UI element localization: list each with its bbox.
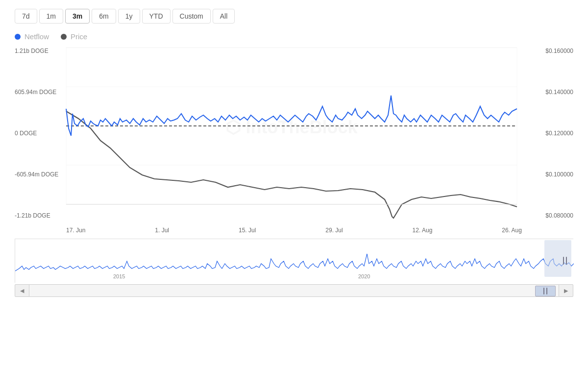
netflow-label: Netflow	[24, 32, 49, 41]
x-axis-labels: 17. Jun 1. Jul 15. Jul 29. Jul 12. Aug 2…	[15, 226, 573, 234]
y-label-mid: 0 DOGE	[15, 130, 64, 137]
time-btn-1y[interactable]: 1y	[118, 9, 140, 24]
x-label-3: 15. Jul	[239, 227, 256, 234]
time-controls: 7d1m3m6m1yYTDCustomAll	[0, 0, 588, 28]
x-label-2: 1. Jul	[155, 227, 169, 234]
y-right-bottom: $0.080000	[534, 212, 573, 219]
thumb-line-2	[546, 288, 547, 294]
x-label-1: 17. Jun	[66, 227, 85, 234]
y-axis-right: $0.160000 $0.140000 $0.120000 $0.100000 …	[534, 48, 573, 219]
y-label-lower: -605.94m DOGE	[15, 171, 64, 178]
svg-rect-12	[544, 240, 571, 277]
legend-netflow: Netflow	[15, 32, 49, 41]
y-right-top: $0.160000	[534, 48, 573, 54]
main-container: 7d1m3m6m1yYTDCustomAll Netflow Price 1.2…	[0, 0, 588, 392]
svg-text:2015: 2015	[113, 273, 125, 279]
y-right-mid: $0.120000	[534, 130, 573, 137]
thumb-line-1	[543, 288, 544, 294]
scrollbar-row: ◀ ▶	[15, 284, 573, 297]
y-right-upper: $0.140000	[534, 89, 573, 96]
mini-chart-svg: 2015 2020	[15, 239, 574, 283]
price-label: Price	[71, 32, 87, 41]
y-right-lower: $0.100000	[534, 171, 573, 178]
x-label-6: 26. Aug	[502, 227, 522, 234]
time-btn-3m[interactable]: 3m	[65, 9, 90, 24]
legend: Netflow Price	[0, 28, 588, 43]
x-label-4: 29. Jul	[325, 227, 343, 234]
main-chart-svg: ⬡ IntoTheBlock	[15, 43, 573, 224]
scroll-grip[interactable]	[563, 257, 567, 265]
svg-text:2020: 2020	[358, 273, 370, 279]
time-btn-ytd[interactable]: YTD	[142, 9, 171, 24]
y-label-upper: 605.94m DOGE	[15, 89, 64, 96]
scroll-left-icon: ◀	[20, 288, 24, 294]
y-label-bottom: -1.21b DOGE	[15, 212, 64, 219]
x-label-5: 12. Aug	[413, 227, 433, 234]
time-btn-custom[interactable]: Custom	[172, 9, 211, 24]
mini-chart: 2015 2020	[15, 239, 573, 283]
y-axis-left: 1.21b DOGE 605.94m DOGE 0 DOGE -605.94m …	[15, 48, 64, 219]
svg-rect-9	[15, 239, 574, 283]
price-dot	[61, 34, 67, 40]
scroll-thumb[interactable]	[535, 286, 556, 296]
scroll-left-btn[interactable]: ◀	[15, 284, 29, 297]
time-btn-7d[interactable]: 7d	[15, 9, 37, 24]
chart-container: 1.21b DOGE 605.94m DOGE 0 DOGE -605.94m …	[15, 43, 573, 234]
legend-price: Price	[61, 32, 87, 41]
scroll-right-icon: ▶	[564, 288, 568, 294]
scroll-right-btn[interactable]: ▶	[559, 284, 573, 297]
time-btn-6m[interactable]: 6m	[92, 9, 116, 24]
time-btn-all[interactable]: All	[213, 9, 235, 24]
netflow-dot	[15, 34, 21, 40]
time-btn-1m[interactable]: 1m	[39, 9, 63, 24]
svg-text:⬡ IntoTheBlock: ⬡ IntoTheBlock	[225, 117, 358, 137]
scroll-track[interactable]	[29, 284, 559, 297]
y-label-top: 1.21b DOGE	[15, 48, 64, 54]
